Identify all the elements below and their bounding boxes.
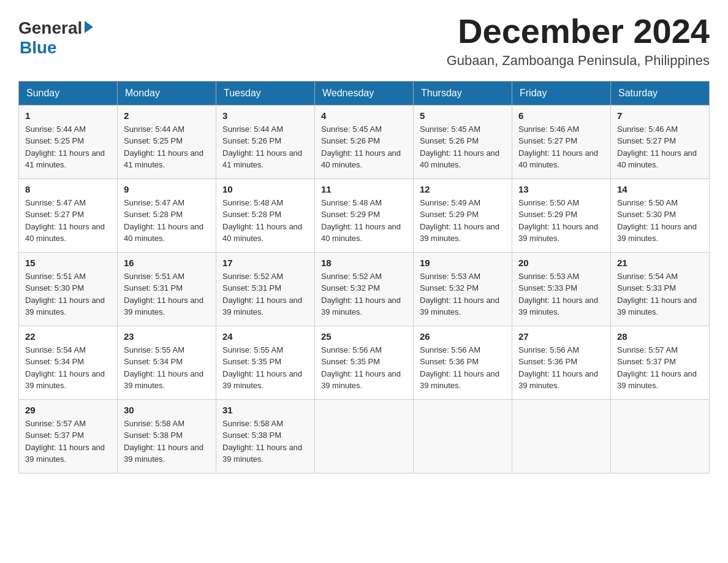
calendar-cell [414, 399, 512, 473]
calendar-week-row: 8 Sunrise: 5:47 AM Sunset: 5:27 PM Dayli… [19, 178, 710, 252]
calendar-cell: 29 Sunrise: 5:57 AM Sunset: 5:37 PM Dayl… [19, 399, 118, 473]
day-number: 31 [222, 405, 308, 415]
calendar-cell: 11 Sunrise: 5:48 AM Sunset: 5:29 PM Dayl… [315, 178, 414, 252]
day-info: Sunrise: 5:55 AM Sunset: 5:35 PM Dayligh… [222, 344, 308, 392]
day-info: Sunrise: 5:56 AM Sunset: 5:36 PM Dayligh… [420, 344, 506, 392]
calendar-cell: 6 Sunrise: 5:46 AM Sunset: 5:27 PM Dayli… [512, 105, 611, 178]
day-number: 20 [518, 258, 604, 268]
day-info: Sunrise: 5:44 AM Sunset: 5:25 PM Dayligh… [25, 123, 111, 171]
calendar-cell: 26 Sunrise: 5:56 AM Sunset: 5:36 PM Dayl… [414, 326, 512, 399]
calendar-cell: 3 Sunrise: 5:44 AM Sunset: 5:26 PM Dayli… [216, 105, 315, 178]
calendar-cell: 17 Sunrise: 5:52 AM Sunset: 5:31 PM Dayl… [216, 252, 315, 326]
day-info: Sunrise: 5:48 AM Sunset: 5:28 PM Dayligh… [222, 197, 308, 245]
calendar-cell: 19 Sunrise: 5:53 AM Sunset: 5:32 PM Dayl… [414, 252, 512, 326]
calendar-cell: 21 Sunrise: 5:54 AM Sunset: 5:33 PM Dayl… [611, 252, 710, 326]
calendar-week-row: 29 Sunrise: 5:57 AM Sunset: 5:37 PM Dayl… [19, 399, 710, 473]
day-info: Sunrise: 5:53 AM Sunset: 5:33 PM Dayligh… [518, 270, 604, 318]
day-info: Sunrise: 5:56 AM Sunset: 5:35 PM Dayligh… [321, 344, 407, 392]
calendar-cell: 23 Sunrise: 5:55 AM Sunset: 5:34 PM Dayl… [118, 326, 216, 399]
calendar-header-saturday: Saturday [611, 81, 710, 105]
calendar-week-row: 1 Sunrise: 5:44 AM Sunset: 5:25 PM Dayli… [19, 105, 710, 178]
day-number: 25 [321, 331, 407, 342]
calendar-cell: 25 Sunrise: 5:56 AM Sunset: 5:35 PM Dayl… [315, 326, 414, 399]
day-number: 22 [25, 331, 111, 342]
day-info: Sunrise: 5:52 AM Sunset: 5:31 PM Dayligh… [222, 270, 308, 318]
calendar-header-thursday: Thursday [414, 81, 512, 105]
day-info: Sunrise: 5:55 AM Sunset: 5:34 PM Dayligh… [124, 344, 210, 392]
day-info: Sunrise: 5:57 AM Sunset: 5:37 PM Dayligh… [617, 344, 703, 392]
calendar-cell: 7 Sunrise: 5:46 AM Sunset: 5:27 PM Dayli… [611, 105, 710, 178]
day-info: Sunrise: 5:47 AM Sunset: 5:27 PM Dayligh… [25, 197, 111, 245]
logo-blue-text: Blue [20, 38, 57, 58]
logo-general-text: General [18, 18, 82, 38]
calendar-cell: 30 Sunrise: 5:58 AM Sunset: 5:38 PM Dayl… [118, 399, 216, 473]
calendar-cell: 31 Sunrise: 5:58 AM Sunset: 5:38 PM Dayl… [216, 399, 315, 473]
calendar-cell: 2 Sunrise: 5:44 AM Sunset: 5:25 PM Dayli… [118, 105, 216, 178]
month-title: December 2024 [447, 12, 710, 50]
day-number: 2 [124, 110, 210, 121]
day-info: Sunrise: 5:45 AM Sunset: 5:26 PM Dayligh… [321, 123, 407, 171]
day-info: Sunrise: 5:47 AM Sunset: 5:28 PM Dayligh… [124, 197, 210, 245]
day-number: 29 [25, 405, 111, 415]
day-info: Sunrise: 5:54 AM Sunset: 5:33 PM Dayligh… [617, 270, 703, 318]
calendar-cell: 9 Sunrise: 5:47 AM Sunset: 5:28 PM Dayli… [118, 178, 216, 252]
calendar-cell: 8 Sunrise: 5:47 AM Sunset: 5:27 PM Dayli… [19, 178, 118, 252]
day-number: 27 [518, 331, 604, 342]
day-number: 9 [124, 184, 210, 194]
day-number: 17 [222, 258, 308, 268]
day-number: 4 [321, 110, 407, 121]
calendar-cell: 27 Sunrise: 5:56 AM Sunset: 5:36 PM Dayl… [512, 326, 611, 399]
day-info: Sunrise: 5:45 AM Sunset: 5:26 PM Dayligh… [420, 123, 506, 171]
day-info: Sunrise: 5:46 AM Sunset: 5:27 PM Dayligh… [518, 123, 604, 171]
day-info: Sunrise: 5:58 AM Sunset: 5:38 PM Dayligh… [222, 418, 308, 465]
day-info: Sunrise: 5:49 AM Sunset: 5:29 PM Dayligh… [420, 197, 506, 245]
calendar-cell: 15 Sunrise: 5:51 AM Sunset: 5:30 PM Dayl… [19, 252, 118, 326]
calendar-cell: 10 Sunrise: 5:48 AM Sunset: 5:28 PM Dayl… [216, 178, 315, 252]
calendar-cell: 5 Sunrise: 5:45 AM Sunset: 5:26 PM Dayli… [414, 105, 512, 178]
day-info: Sunrise: 5:48 AM Sunset: 5:29 PM Dayligh… [321, 197, 407, 245]
calendar-header-wednesday: Wednesday [315, 81, 414, 105]
calendar-cell: 18 Sunrise: 5:52 AM Sunset: 5:32 PM Dayl… [315, 252, 414, 326]
day-info: Sunrise: 5:58 AM Sunset: 5:38 PM Dayligh… [124, 418, 210, 465]
calendar-table: SundayMondayTuesdayWednesdayThursdayFrid… [18, 81, 710, 473]
day-number: 7 [617, 110, 703, 121]
day-info: Sunrise: 5:50 AM Sunset: 5:29 PM Dayligh… [518, 197, 604, 245]
day-number: 24 [222, 331, 308, 342]
calendar-cell: 24 Sunrise: 5:55 AM Sunset: 5:35 PM Dayl… [216, 326, 315, 399]
calendar-cell: 14 Sunrise: 5:50 AM Sunset: 5:30 PM Dayl… [611, 178, 710, 252]
calendar-cell [611, 399, 710, 473]
day-number: 21 [617, 258, 703, 268]
day-number: 13 [518, 184, 604, 194]
day-number: 14 [617, 184, 703, 194]
day-number: 12 [420, 184, 506, 194]
day-number: 11 [321, 184, 407, 194]
location-title: Gubaan, Zamboanga Peninsula, Philippines [447, 53, 710, 69]
calendar-cell [315, 399, 414, 473]
day-number: 1 [25, 110, 111, 121]
day-info: Sunrise: 5:46 AM Sunset: 5:27 PM Dayligh… [617, 123, 703, 171]
day-number: 28 [617, 331, 703, 342]
day-number: 5 [420, 110, 506, 121]
day-info: Sunrise: 5:44 AM Sunset: 5:26 PM Dayligh… [222, 123, 308, 171]
day-number: 16 [124, 258, 210, 268]
calendar-cell [512, 399, 611, 473]
day-info: Sunrise: 5:57 AM Sunset: 5:37 PM Dayligh… [25, 418, 111, 465]
day-number: 8 [25, 184, 111, 194]
day-number: 23 [124, 331, 210, 342]
calendar-cell: 4 Sunrise: 5:45 AM Sunset: 5:26 PM Dayli… [315, 105, 414, 178]
logo: General Blue [18, 18, 93, 58]
day-info: Sunrise: 5:51 AM Sunset: 5:31 PM Dayligh… [124, 270, 210, 318]
calendar-cell: 28 Sunrise: 5:57 AM Sunset: 5:37 PM Dayl… [611, 326, 710, 399]
calendar-cell: 13 Sunrise: 5:50 AM Sunset: 5:29 PM Dayl… [512, 178, 611, 252]
day-number: 15 [25, 258, 111, 268]
day-info: Sunrise: 5:56 AM Sunset: 5:36 PM Dayligh… [518, 344, 604, 392]
calendar-cell: 16 Sunrise: 5:51 AM Sunset: 5:31 PM Dayl… [118, 252, 216, 326]
calendar-week-row: 22 Sunrise: 5:54 AM Sunset: 5:34 PM Dayl… [19, 326, 710, 399]
day-info: Sunrise: 5:51 AM Sunset: 5:30 PM Dayligh… [25, 270, 111, 318]
calendar-week-row: 15 Sunrise: 5:51 AM Sunset: 5:30 PM Dayl… [19, 252, 710, 326]
day-number: 26 [420, 331, 506, 342]
day-number: 18 [321, 258, 407, 268]
calendar-cell: 22 Sunrise: 5:54 AM Sunset: 5:34 PM Dayl… [19, 326, 118, 399]
calendar-cell: 20 Sunrise: 5:53 AM Sunset: 5:33 PM Dayl… [512, 252, 611, 326]
title-area: December 2024 Gubaan, Zamboanga Peninsul… [447, 12, 710, 69]
